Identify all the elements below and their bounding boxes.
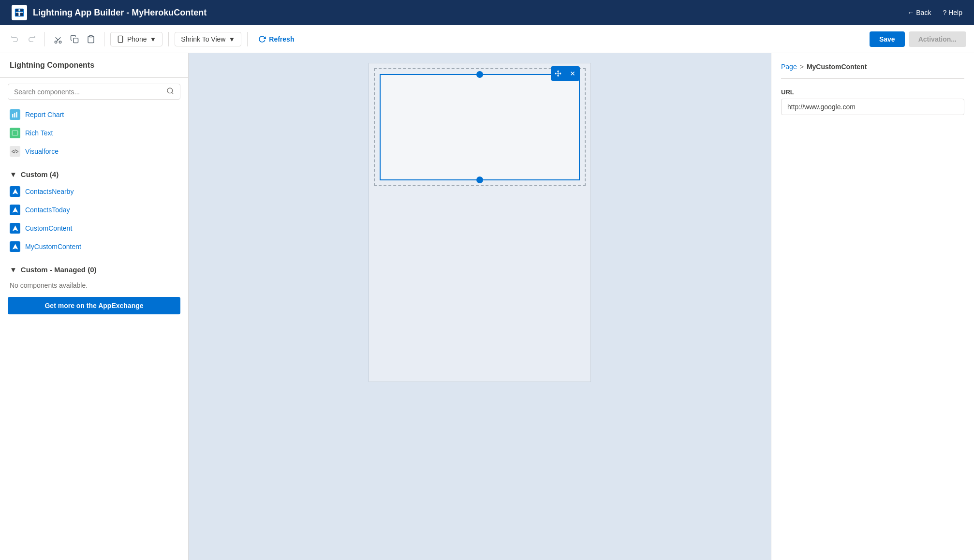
component-content	[381, 75, 579, 172]
phone-canvas	[369, 63, 591, 382]
custom-section-header[interactable]: ▼ Custom (4)	[0, 164, 188, 182]
cut-button[interactable]	[51, 32, 65, 46]
top-nav-left: Lightning App Builder - MyHerokuContent	[12, 5, 207, 20]
svg-rect-17	[12, 131, 18, 135]
no-components-text: No components available.	[0, 278, 188, 293]
component-rich-text[interactable]: Rich Text	[0, 124, 188, 142]
remove-component-button[interactable]	[565, 66, 580, 81]
back-arrow-icon: ←	[907, 9, 914, 16]
svg-marker-19	[13, 207, 18, 213]
svg-point-12	[167, 88, 173, 93]
my-custom-content-icon	[10, 241, 20, 252]
help-link[interactable]: ? Help	[943, 9, 962, 16]
sidebar-header: Lightning Components	[0, 53, 188, 78]
svg-point-7	[59, 41, 61, 43]
svg-rect-1	[20, 9, 24, 13]
activation-button: Activation...	[909, 31, 966, 47]
move-component-button[interactable]	[551, 66, 565, 81]
svg-rect-15	[14, 113, 15, 118]
svg-point-6	[55, 41, 57, 43]
component-block	[380, 74, 580, 180]
get-more-button[interactable]: Get more on the AppExchange	[8, 297, 180, 314]
component-my-custom-content[interactable]: MyCustomContent	[0, 237, 188, 256]
component-actions	[551, 66, 580, 81]
custom-components-section: ContactsNearby ContactsToday CustomConte…	[0, 182, 188, 260]
svg-line-13	[172, 92, 173, 94]
drag-handle-bottom[interactable]	[476, 177, 483, 183]
component-report-chart[interactable]: Report Chart	[0, 105, 188, 124]
rich-text-label: Rich Text	[25, 129, 53, 137]
report-chart-label: Report Chart	[25, 111, 64, 118]
visualforce-label: Visualforce	[25, 147, 59, 155]
svg-rect-16	[16, 112, 17, 118]
visualforce-icon: </>	[10, 146, 20, 157]
breadcrumb: Page > MyCustomContent	[781, 63, 964, 71]
svg-rect-8	[74, 38, 78, 43]
device-group: Phone ▼	[110, 32, 169, 46]
search-icon	[166, 87, 174, 96]
contacts-nearby-icon	[10, 186, 20, 197]
rich-text-icon	[10, 128, 20, 138]
view-group: Shrink To View ▼	[175, 32, 248, 46]
component-contacts-nearby[interactable]: ContactsNearby	[0, 182, 188, 201]
phone-frame	[369, 63, 591, 550]
custom-content-icon	[10, 223, 20, 234]
standard-components-section: Report Chart Rich Text </> Visualforce	[0, 105, 188, 164]
my-custom-content-label: MyCustomContent	[25, 243, 81, 251]
managed-section-header[interactable]: ▼ Custom - Managed (0)	[0, 260, 188, 278]
contacts-nearby-label: ContactsNearby	[25, 188, 74, 195]
app-title: Lightning App Builder - MyHerokuContent	[33, 8, 207, 18]
undo-button[interactable]	[8, 32, 22, 46]
top-nav-right: ← Back ? Help	[907, 9, 962, 16]
help-icon: ?	[943, 9, 946, 16]
breadcrumb-separator: >	[800, 63, 804, 71]
back-link[interactable]: ← Back	[907, 9, 931, 16]
cut-copy-paste-group	[51, 32, 104, 46]
svg-rect-3	[20, 13, 24, 16]
device-dropdown[interactable]: Phone ▼	[110, 32, 162, 46]
custom-collapse-icon: ▼	[10, 170, 17, 178]
main-layout: Lightning Components Report Chart	[0, 53, 974, 560]
drag-handle-top[interactable]	[476, 71, 483, 78]
svg-marker-21	[13, 244, 18, 250]
component-outer-border	[374, 68, 586, 186]
device-dropdown-arrow: ▼	[149, 35, 156, 43]
search-bar[interactable]	[8, 84, 180, 100]
paste-button[interactable]	[84, 32, 98, 46]
sidebar: Lightning Components Report Chart	[0, 53, 189, 560]
svg-marker-18	[13, 189, 18, 194]
breadcrumb-page[interactable]: Page	[781, 63, 797, 71]
undo-redo-group	[8, 32, 45, 46]
top-nav: Lightning App Builder - MyHerokuContent …	[0, 0, 974, 25]
save-button[interactable]: Save	[870, 31, 905, 47]
canvas-area	[189, 53, 771, 560]
report-chart-icon	[10, 109, 20, 120]
right-panel: Page > MyCustomContent URL	[771, 53, 974, 560]
copy-button[interactable]	[67, 32, 82, 46]
refresh-icon	[258, 35, 266, 43]
managed-collapse-icon: ▼	[10, 265, 17, 274]
search-input[interactable]	[14, 88, 162, 96]
svg-rect-9	[89, 35, 92, 37]
refresh-button[interactable]: Refresh	[253, 32, 299, 46]
contacts-today-label: ContactsToday	[25, 206, 70, 214]
svg-rect-0	[15, 9, 19, 13]
svg-rect-14	[12, 114, 13, 118]
svg-rect-2	[15, 13, 19, 16]
svg-marker-20	[13, 225, 18, 231]
url-label: URL	[781, 88, 964, 96]
svg-rect-10	[118, 36, 122, 42]
breadcrumb-current: MyCustomContent	[807, 63, 867, 71]
component-visualforce[interactable]: </> Visualforce	[0, 142, 188, 161]
component-custom-content[interactable]: CustomContent	[0, 219, 188, 237]
contacts-today-icon	[10, 205, 20, 215]
toolbar: Phone ▼ Shrink To View ▼ Refresh Save Ac…	[0, 25, 974, 53]
phone-icon	[117, 35, 124, 43]
redo-button[interactable]	[24, 32, 39, 46]
view-dropdown-arrow: ▼	[228, 35, 235, 43]
view-dropdown[interactable]: Shrink To View ▼	[175, 32, 241, 46]
app-icon	[12, 5, 27, 20]
url-input[interactable]	[781, 99, 964, 115]
component-contacts-today[interactable]: ContactsToday	[0, 201, 188, 219]
custom-content-label: CustomContent	[25, 224, 72, 232]
